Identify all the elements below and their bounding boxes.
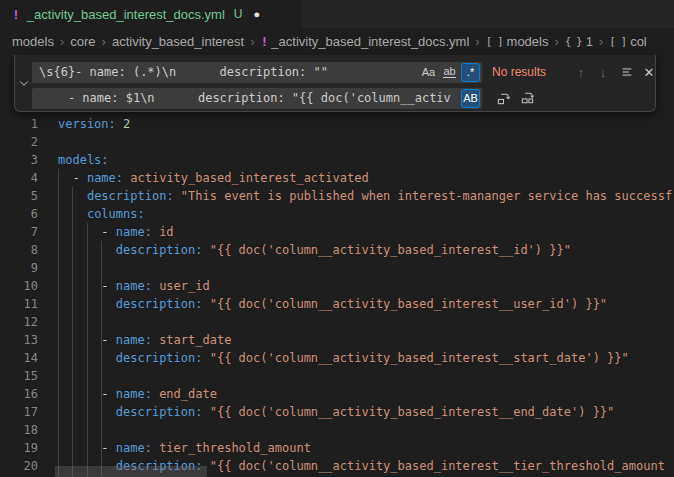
code-token: description: <box>116 405 203 419</box>
line-number: 6 <box>0 205 58 223</box>
line-number: 4 <box>0 169 58 187</box>
code-token: "{{ doc('column__activity_based_interest… <box>203 405 615 419</box>
breadcrumb-label: activity_based_interest <box>112 34 244 49</box>
whole-word-label: ab <box>443 66 455 78</box>
replace-all-icon <box>520 91 535 106</box>
replace-input-box: AB <box>32 88 482 109</box>
breadcrumb-item[interactable]: { }1 <box>565 34 593 49</box>
replace-input[interactable] <box>32 88 482 109</box>
next-match-button[interactable]: ↓ <box>592 62 614 82</box>
breadcrumb-item[interactable]: [ ]models <box>486 34 549 49</box>
replace-button[interactable] <box>492 88 514 108</box>
line-number: 9 <box>0 259 58 277</box>
breadcrumb-label: _activity_based_interest_docs.yml <box>271 34 469 49</box>
code-token: start_date <box>152 333 231 347</box>
code-token: name: <box>116 387 152 401</box>
code-line: 14 description: "{{ doc('column__activit… <box>0 349 674 367</box>
code-token: tier_threshold_amount <box>152 441 311 455</box>
breadcrumb-separator: › <box>102 34 106 49</box>
code-token: "{{ doc('column__activity_based_interest… <box>203 459 665 473</box>
whole-word-button[interactable]: ab <box>440 63 459 82</box>
breadcrumb: models›core›activity_based_interest›!_ac… <box>0 28 674 55</box>
code-line: 9 <box>0 259 674 277</box>
code-token <box>58 243 116 257</box>
find-options: Aa ab .* <box>419 63 480 82</box>
tab-activity-based-interest-docs[interactable]: ! _activity_based_interest_docs.yml U ● <box>0 0 302 28</box>
breadcrumb-separator: › <box>60 34 64 49</box>
line-number: 20 <box>0 457 58 475</box>
code-token: description: <box>87 189 174 203</box>
selection-lines-icon <box>620 65 634 79</box>
line-number: 7 <box>0 223 58 241</box>
code-line: 6 columns: <box>0 205 674 223</box>
code-token: - <box>58 441 116 455</box>
breadcrumb-item[interactable]: core <box>70 34 95 49</box>
close-find-button[interactable]: ✕ <box>638 62 660 82</box>
tab-bar: ! _activity_based_interest_docs.yml U ● <box>0 0 674 28</box>
regex-label: .* <box>467 66 474 78</box>
code-token: name: <box>87 171 123 185</box>
breadcrumb-label: col <box>630 34 647 49</box>
code-line: 12 <box>0 313 674 331</box>
code-token: name: <box>116 333 152 347</box>
code-token: "{{ doc('column__activity_based_interest… <box>203 243 571 257</box>
match-case-label: Aa <box>422 66 435 78</box>
line-number: 1 <box>0 115 58 133</box>
line-number: 3 <box>0 151 58 169</box>
breadcrumb-separator: › <box>475 34 479 49</box>
replace-all-button[interactable] <box>516 88 538 108</box>
editor[interactable]: 1version: 223models:4 - name: activity_b… <box>0 55 674 477</box>
line-number: 12 <box>0 313 58 331</box>
code-line: 11 description: "{{ doc('column__activit… <box>0 295 674 313</box>
code-token: description: <box>116 351 203 365</box>
previous-match-button[interactable]: ↑ <box>570 62 592 82</box>
symbol-icon: { } <box>565 35 582 48</box>
code-line: 4 - name: activity_based_interest_activa… <box>0 169 674 187</box>
regex-button[interactable]: .* <box>461 63 480 82</box>
line-number: 5 <box>0 187 58 205</box>
yaml-file-icon: ! <box>12 7 20 22</box>
code-token: id <box>152 225 174 239</box>
code-line: 17 description: "{{ doc('column__activit… <box>0 403 674 421</box>
code-token: - <box>58 225 116 239</box>
replace-row: AB <box>32 87 538 109</box>
code-token <box>58 189 87 203</box>
breadcrumb-item[interactable]: activity_based_interest <box>112 34 244 49</box>
horizontal-scrollbar[interactable] <box>55 466 207 477</box>
line-number: 11 <box>0 295 58 313</box>
code-token: - <box>58 333 116 347</box>
arrow-up-icon: ↑ <box>578 65 585 80</box>
code-token: name: <box>116 225 152 239</box>
line-number: 14 <box>0 349 58 367</box>
code-line: 8 description: "{{ doc('column__activity… <box>0 241 674 259</box>
replace-options: AB <box>461 89 480 108</box>
code-token <box>58 297 116 311</box>
code-token <box>58 405 116 419</box>
code-token <box>58 207 87 221</box>
preserve-case-button[interactable]: AB <box>461 89 480 108</box>
code-token: "{{ doc('column__activity_based_interest… <box>203 297 608 311</box>
code-token: description: <box>116 243 203 257</box>
code-token: user_id <box>152 279 210 293</box>
close-icon: ✕ <box>644 65 655 80</box>
find-results-label: No results <box>492 65 570 79</box>
dirty-indicator[interactable]: ● <box>254 8 261 20</box>
line-number: 17 <box>0 403 58 421</box>
find-widget: Aa ab .* No results ↑ ↓ <box>14 55 656 112</box>
symbol-icon: [ ] <box>609 35 626 48</box>
code-line: 15 <box>0 367 674 385</box>
code-token: - <box>58 279 116 293</box>
breadcrumb-item[interactable]: !_activity_based_interest_docs.yml <box>261 34 470 49</box>
code-line: 2 <box>0 133 674 151</box>
breadcrumb-item[interactable]: models <box>12 34 54 49</box>
find-in-selection-button[interactable] <box>616 62 638 82</box>
line-number: 13 <box>0 331 58 349</box>
breadcrumb-label: models <box>12 34 54 49</box>
code-token: version: <box>58 117 116 131</box>
preserve-case-label: AB <box>463 92 478 104</box>
breadcrumb-item[interactable]: [ ]col <box>609 34 647 49</box>
find-input[interactable] <box>32 62 482 83</box>
toggle-replace-button[interactable] <box>15 55 32 111</box>
match-case-button[interactable]: Aa <box>419 63 438 82</box>
code-token: "{{ doc('column__activity_based_interest… <box>203 351 629 365</box>
